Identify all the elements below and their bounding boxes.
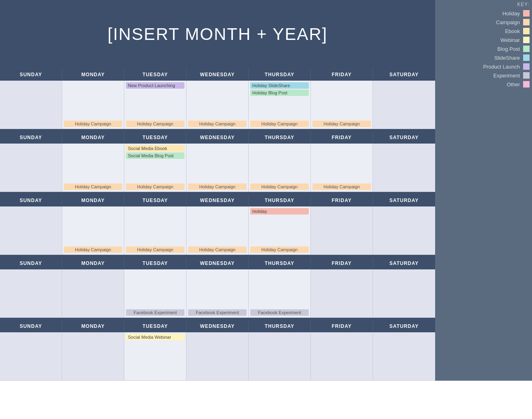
day-header: WEDNESDAY <box>186 320 249 332</box>
day-header: FRIDAY <box>311 320 373 332</box>
day-cell <box>0 269 62 318</box>
event-tag: Holiday SlideShare <box>250 82 309 89</box>
bottom-event: Holiday Campaign <box>126 121 184 127</box>
bottom-event: Facebook Experiment <box>188 309 247 316</box>
day-cell: Facebook Experiment <box>249 269 311 318</box>
bottom-event: Facebook Experiment <box>126 309 184 316</box>
legend-item-label: Ebook <box>505 28 520 34</box>
day-cell <box>249 332 311 381</box>
day-cell <box>0 332 62 381</box>
legend-item-label: Webinar <box>501 37 520 43</box>
day-cell: Holiday Campaign <box>186 144 249 192</box>
day-cell <box>0 81 62 129</box>
day-header: FRIDAY <box>311 131 373 144</box>
week-header: SUNDAYMONDAYTUESDAYWEDNESDAYTHURSDAYFRID… <box>0 257 435 269</box>
legend-color-box <box>523 46 530 52</box>
day-header: TUESDAY <box>124 194 186 206</box>
bottom-event: Holiday Campaign <box>250 246 309 253</box>
legend-item-label: Blog Post <box>497 46 520 52</box>
legend-item: Ebook <box>435 27 532 35</box>
bottom-event: Holiday Campaign <box>188 121 247 127</box>
day-cell: Holiday Campaign <box>62 144 124 192</box>
legend-item: SlideShare <box>435 53 532 62</box>
day-header: SATURDAY <box>373 69 435 81</box>
day-header: THURSDAY <box>249 320 311 332</box>
legend-item-label: Other <box>507 81 520 88</box>
calendar: SUNDAYMONDAYTUESDAYWEDNESDAYTHURSDAYFRID… <box>0 69 435 381</box>
day-cell: Social Media Webinar <box>124 332 186 381</box>
day-cell: Holiday SlideShareHoliday Blog PostHolid… <box>249 81 311 129</box>
legend-key-label: KEY: <box>435 0 532 9</box>
day-header: SUNDAY <box>0 257 62 269</box>
bottom-event: Facebook Experiment <box>250 309 309 316</box>
event-tag: Holiday <box>250 208 309 215</box>
week-header: SUNDAYMONDAYTUESDAYWEDNESDAYTHURSDAYFRID… <box>0 69 435 81</box>
day-header: WEDNESDAY <box>186 194 249 206</box>
day-cell: HolidayHoliday Campaign <box>249 206 311 255</box>
legend: KEY:HolidayCampaignEbookWebinarBlog Post… <box>435 0 532 381</box>
day-cell <box>373 269 435 318</box>
day-header: FRIDAY <box>311 69 373 81</box>
day-header: MONDAY <box>62 131 124 144</box>
page-title: [INSERT MONTH + YEAR] <box>108 25 328 44</box>
day-header: SUNDAY <box>0 194 62 206</box>
day-header: SATURDAY <box>373 257 435 269</box>
day-header: MONDAY <box>62 69 124 81</box>
day-cell <box>373 144 435 192</box>
day-cell <box>0 144 62 192</box>
day-cell <box>62 269 124 318</box>
legend-item: Blog Post <box>435 44 532 53</box>
legend-item: Product Launch <box>435 62 532 71</box>
bottom-event: Holiday Campaign <box>64 121 122 127</box>
event-tag: Social Media Ebook <box>126 145 184 152</box>
day-header: TUESDAY <box>124 69 186 81</box>
week-row-4: Social Media Webinar <box>0 332 435 381</box>
legend-item-label: Experiment <box>493 73 520 79</box>
day-header: WEDNESDAY <box>186 69 249 81</box>
day-header: SUNDAY <box>0 69 62 81</box>
legend-item: Holiday <box>435 9 532 18</box>
header: [INSERT MONTH + YEAR] <box>0 0 435 69</box>
week-header: SUNDAYMONDAYTUESDAYWEDNESDAYTHURSDAYFRID… <box>0 131 435 144</box>
week-row-0: Holiday CampaignNew Product LaunchingHol… <box>0 81 435 129</box>
legend-color-box <box>523 19 530 25</box>
day-header: THURSDAY <box>249 257 311 269</box>
week-row-2: Holiday CampaignHoliday CampaignHoliday … <box>0 206 435 255</box>
day-cell: Holiday Campaign <box>249 144 311 192</box>
bottom-event: Holiday Campaign <box>250 121 309 127</box>
event-tag: New Product Launching <box>126 82 184 89</box>
day-header: FRIDAY <box>311 257 373 269</box>
day-cell: Holiday Campaign <box>186 81 249 129</box>
day-cell: Social Media EbookSocial Media Blog Post… <box>124 144 186 192</box>
day-header: TUESDAY <box>124 257 186 269</box>
event-tag: Social Media Webinar <box>126 334 184 340</box>
day-header: MONDAY <box>62 320 124 332</box>
day-cell: Holiday Campaign <box>186 206 249 255</box>
day-cell <box>373 332 435 381</box>
day-cell: New Product LaunchingHoliday Campaign <box>124 81 186 129</box>
week-row-3: Facebook ExperimentFacebook ExperimentFa… <box>0 269 435 318</box>
day-header: SATURDAY <box>373 320 435 332</box>
legend-item-label: Holiday <box>503 10 520 17</box>
legend-item-label: Product Launch <box>483 64 520 70</box>
day-cell <box>62 332 124 381</box>
day-header: SATURDAY <box>373 194 435 206</box>
legend-item: Webinar <box>435 35 532 44</box>
legend-color-box <box>523 54 530 61</box>
day-cell: Holiday Campaign <box>124 206 186 255</box>
bottom-event: Holiday Campaign <box>312 121 371 127</box>
day-cell: Facebook Experiment <box>186 269 249 318</box>
legend-color-box <box>523 81 530 88</box>
day-cell: Holiday Campaign <box>62 81 124 129</box>
day-cell: Holiday Campaign <box>62 206 124 255</box>
week-header: SUNDAYMONDAYTUESDAYWEDNESDAYTHURSDAYFRID… <box>0 194 435 206</box>
bottom-event: Holiday Campaign <box>64 246 122 253</box>
day-cell <box>311 269 373 318</box>
legend-item-label: Campaign <box>496 19 520 25</box>
day-header: SATURDAY <box>373 131 435 144</box>
legend-item: Campaign <box>435 18 532 27</box>
day-header: THURSDAY <box>249 194 311 206</box>
day-header: THURSDAY <box>249 69 311 81</box>
week-header: SUNDAYMONDAYTUESDAYWEDNESDAYTHURSDAYFRID… <box>0 320 435 332</box>
day-header: WEDNESDAY <box>186 257 249 269</box>
